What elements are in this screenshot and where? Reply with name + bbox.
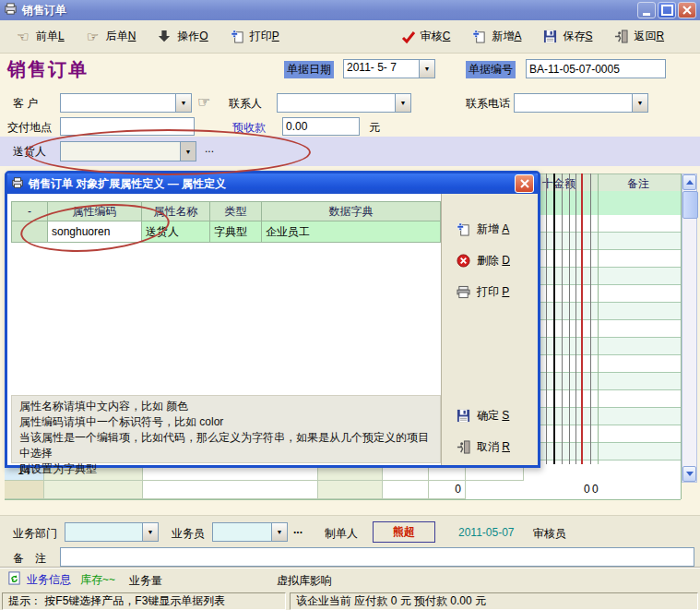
window-title: 销售订单 <box>22 3 66 18</box>
totals-cell <box>383 481 429 499</box>
totals-cell <box>44 481 143 499</box>
dropdown-arrow-icon[interactable] <box>632 94 647 112</box>
dropdown-arrow-icon[interactable] <box>395 94 410 112</box>
col-data-dict: 数据字典 <box>262 201 441 221</box>
customer-value <box>61 94 175 112</box>
floppy-icon <box>457 409 471 424</box>
doc-date-value: 2011- 5- 7 <box>344 60 419 78</box>
hint-line: 属性编码请填中一个标识符号，比如 color <box>19 414 433 430</box>
grid-col-amount: 十金额 <box>542 176 575 192</box>
status-bar: 提示： 按F5键选择产品，F3键显示单据列表 该企业当前 应付款 0 元 预付款… <box>0 591 700 610</box>
print-button[interactable]: 打印P <box>225 26 285 47</box>
contact-combo[interactable] <box>277 93 411 113</box>
next-doc-button[interactable]: ☞ 后单N <box>81 26 142 47</box>
scroll-up-button[interactable] <box>682 174 696 190</box>
sales-order-window: 销售订单 ☜ 前单L ☞ 后单N 操作O <box>0 0 700 610</box>
pick-customer-hand-icon[interactable]: ☞ <box>197 95 210 109</box>
doc-plus-icon <box>231 30 245 44</box>
maximize-button[interactable] <box>658 2 676 18</box>
volume-label: 业务量 <box>129 573 162 589</box>
dropdown-arrow-icon[interactable] <box>175 94 191 112</box>
page-title: 销售订单 <box>7 57 89 82</box>
salesman-combo[interactable] <box>212 522 288 542</box>
exit-door-icon <box>457 440 471 455</box>
delete-circle-icon <box>457 254 471 269</box>
business-info-label[interactable]: 业务信息 <box>27 572 71 588</box>
dialog-button-panel: 新增 A 删除 D 打印 P 确定 S <box>441 194 538 465</box>
hand-right-icon: ☞ <box>87 30 101 44</box>
remark-label: 备 注 <box>13 551 46 567</box>
app-icon <box>4 2 18 18</box>
operation-button[interactable]: 操作O <box>152 26 213 47</box>
scroll-down-button[interactable] <box>682 466 696 482</box>
grid-line <box>590 173 591 499</box>
doc-date-combo[interactable]: 2011- 5- 7 <box>343 59 435 78</box>
grid-scrollbar[interactable] <box>682 173 697 483</box>
prev-doc-button[interactable]: ☜ 前单L <box>11 26 70 47</box>
dialog-close-button[interactable] <box>515 174 534 193</box>
doc-no-input[interactable]: BA-11-05-07-0005 <box>526 59 666 78</box>
attr-dict-cell[interactable]: 企业员工 <box>262 221 441 243</box>
dialog-hints: 属性名称请填中文内容，比如 颜色 属性编码请填中一个标识符号，比如 color … <box>11 395 441 463</box>
dialog-delete-button[interactable]: 删除 D <box>457 253 510 269</box>
customer-combo[interactable] <box>60 93 192 113</box>
contact-value <box>278 94 395 112</box>
grid-totals-row: 0 0 0 <box>5 481 681 500</box>
hint-line: 则设置为字典型 <box>19 461 433 477</box>
stock-label: 库存~~ <box>80 572 115 588</box>
return-button[interactable]: 返回R <box>609 26 670 47</box>
attr-type-cell[interactable]: 字典型 <box>210 221 262 243</box>
auditor-label: 审核员 <box>533 526 566 542</box>
totals-corner-cell <box>5 481 44 499</box>
annotation-ellipse-shipper <box>26 129 311 175</box>
dialog-cancel-button[interactable]: 取消 R <box>457 439 510 455</box>
totals-amount-1: 0 <box>584 483 590 496</box>
dialog-titlebar: 销售订单 对象扩展属性定义 — 属性定义 <box>7 173 538 194</box>
status-balance: 该企业当前 应付款 0 元 预付款 0.00 元 <box>290 592 698 610</box>
business-info-row: 业务信息 库存~~ 业务量 虚拟库影响 <box>0 568 700 591</box>
red-check-icon <box>401 30 416 44</box>
salesman-more-button[interactable]: ... <box>293 523 303 536</box>
hint-line: 当该属性是一个编辑项，比如代码，那么定义为字符串，如果是从几个预定义的项目中选择 <box>19 430 433 461</box>
minimize-button[interactable] <box>637 2 656 18</box>
totals-qty: 0 <box>429 481 466 499</box>
dropdown-arrow-icon[interactable] <box>419 60 434 78</box>
refresh-doc-icon[interactable] <box>7 571 21 588</box>
dropdown-arrow-icon[interactable] <box>142 523 158 541</box>
doc-plus-icon <box>457 222 471 237</box>
prepay-input[interactable]: 0.00 <box>282 117 360 136</box>
exit-door-icon <box>614 30 629 44</box>
grid-line <box>562 173 563 499</box>
col-type: 类型 <box>210 201 262 221</box>
grid-col-note: 备注 <box>627 176 649 192</box>
dialog-print-button[interactable]: 打印 P <box>457 284 509 300</box>
phone-combo[interactable] <box>514 93 648 113</box>
phone-value <box>515 94 632 112</box>
totals-cell <box>318 481 383 499</box>
floppy-icon <box>543 30 558 44</box>
grid-line-red <box>581 173 583 499</box>
remark-input[interactable] <box>60 547 694 567</box>
prepay-value: 0.00 <box>286 120 307 133</box>
dept-combo[interactable] <box>65 522 159 542</box>
close-button[interactable] <box>678 2 696 18</box>
hint-line: 属性名称请填中文内容，比如 颜色 <box>19 399 433 414</box>
grid-line <box>546 173 547 499</box>
salesman-value <box>213 523 271 541</box>
dialog-new-button[interactable]: 新增 A <box>457 221 509 237</box>
dropdown-arrow-icon[interactable] <box>271 523 287 541</box>
scroll-thumb[interactable] <box>682 191 698 219</box>
phone-label: 联系电话 <box>466 96 510 112</box>
doc-no-label: 单据编号 <box>466 61 516 78</box>
new-doc-button[interactable]: 新增A <box>467 26 527 47</box>
audit-button[interactable]: 审核C <box>396 26 457 47</box>
printer-icon <box>457 285 471 300</box>
down-arrow-icon <box>158 30 172 44</box>
address-label: 交付地点 <box>7 120 52 136</box>
dialog-ok-button[interactable]: 确定 S <box>457 408 509 424</box>
maker-name-box: 熊超 <box>373 521 435 543</box>
save-button[interactable]: 保存S <box>538 26 598 47</box>
totals-cell <box>143 481 318 499</box>
totals-amount-2: 0 <box>592 483 599 496</box>
dept-label: 业务部门 <box>13 526 57 542</box>
